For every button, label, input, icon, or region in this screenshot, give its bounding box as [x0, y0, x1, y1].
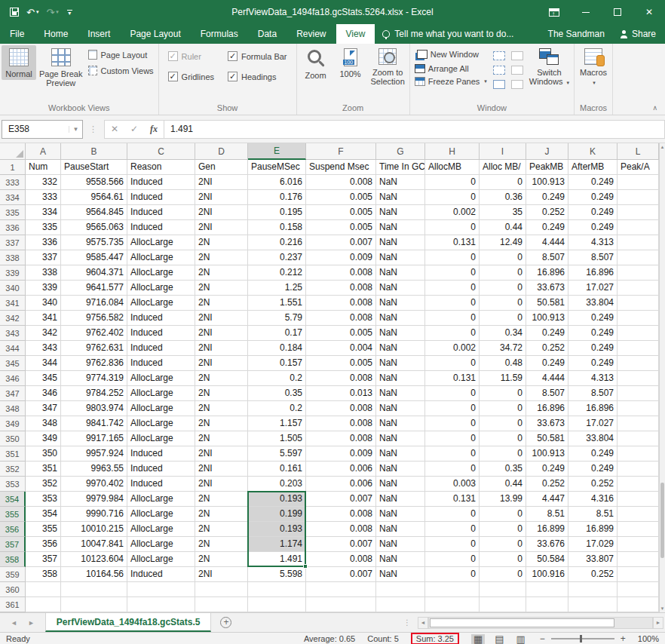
horizontal-scrollbar[interactable]: ◄ ►	[416, 613, 665, 632]
cell-E350[interactable]: 1.505	[248, 431, 306, 446]
cell-G344[interactable]: NaN	[376, 341, 425, 356]
cell-G340[interactable]: NaN	[376, 281, 425, 296]
cell-B335[interactable]: 9564.845	[61, 205, 127, 220]
cell-E358[interactable]: 1.491	[248, 552, 306, 567]
cell-D339[interactable]: 2N	[195, 265, 248, 281]
cell-D354[interactable]: 2N	[195, 492, 248, 507]
column-header-C[interactable]: C	[127, 143, 195, 160]
cell-B347[interactable]: 9784.252	[61, 386, 127, 401]
cell-C341[interactable]: AllocLarge	[127, 296, 195, 311]
cell-E343[interactable]: 0.17	[248, 326, 306, 341]
cell-I361[interactable]	[480, 597, 526, 612]
column-header-I[interactable]: I	[480, 143, 526, 160]
cell-K355[interactable]: 8.51	[568, 507, 618, 522]
cell-L345[interactable]	[618, 356, 659, 371]
cell-C349[interactable]: AllocLarge	[127, 416, 195, 431]
cell-H344[interactable]: 0.002	[425, 341, 480, 356]
row-header-333[interactable]: 333	[0, 175, 26, 190]
cell-A341[interactable]: 340	[26, 296, 61, 311]
cell-C356[interactable]: AllocLarge	[127, 522, 195, 537]
ribbon-tab-file[interactable]: File	[0, 24, 34, 44]
row-header-344[interactable]: 344	[0, 341, 26, 356]
cell-C357[interactable]: AllocLarge	[127, 537, 195, 552]
cell-J333[interactable]: 100.913	[526, 175, 568, 190]
row-header-352[interactable]: 352	[0, 462, 26, 477]
maximize-button[interactable]	[602, 0, 633, 24]
cell-L354[interactable]	[618, 492, 659, 507]
cell-J356[interactable]: 16.899	[526, 522, 568, 537]
cell-D355[interactable]: 2N	[195, 507, 248, 522]
cell-D348[interactable]: 2N	[195, 401, 248, 416]
cell-K342[interactable]: 0.249	[568, 311, 618, 326]
cell-E333[interactable]: 6.016	[248, 175, 306, 190]
cell-L338[interactable]	[618, 250, 659, 265]
name-box[interactable]: E358 ▼	[2, 120, 83, 139]
cell-I338[interactable]: 0	[480, 250, 526, 265]
cell-F352[interactable]: 0.006	[306, 462, 376, 477]
column-header-B[interactable]: B	[61, 143, 127, 160]
cell-K357[interactable]: 17.029	[568, 537, 618, 552]
cell-C353[interactable]: Induced	[127, 477, 195, 492]
column-header-L[interactable]: L	[618, 143, 659, 160]
cell-I1[interactable]: Alloc MB/	[480, 160, 526, 175]
cell-A361[interactable]	[26, 597, 61, 612]
cell-L351[interactable]	[618, 446, 659, 462]
cell-H353[interactable]: 0.003	[425, 477, 480, 492]
cell-H354[interactable]: 0.131	[425, 492, 480, 507]
cell-L336[interactable]	[618, 220, 659, 235]
column-header-A[interactable]: A	[26, 143, 61, 160]
cell-K341[interactable]: 33.804	[568, 296, 618, 311]
zoom-slider[interactable]	[551, 638, 614, 639]
cell-F347[interactable]: 0.013	[306, 386, 376, 401]
cell-J343[interactable]: 0.249	[526, 326, 568, 341]
cell-I343[interactable]: 0.34	[480, 326, 526, 341]
cell-C350[interactable]: AllocLarge	[127, 431, 195, 446]
ribbon-display-options-button[interactable]	[538, 0, 570, 24]
cell-K349[interactable]: 17.027	[568, 416, 618, 431]
cell-K345[interactable]: 0.249	[568, 356, 618, 371]
cell-F342[interactable]: 0.008	[306, 311, 376, 326]
cell-E347[interactable]: 0.35	[248, 386, 306, 401]
cell-I358[interactable]: 0	[480, 552, 526, 567]
cell-A342[interactable]: 341	[26, 311, 61, 326]
cell-H343[interactable]: 0	[425, 326, 480, 341]
cell-G355[interactable]: NaN	[376, 507, 425, 522]
cell-I333[interactable]: 0	[480, 175, 526, 190]
cell-J1[interactable]: PeakMB	[526, 160, 568, 175]
cell-E344[interactable]: 0.184	[248, 341, 306, 356]
gridlines-checkbox[interactable]: ✓Gridlines	[168, 72, 214, 81]
cell-K335[interactable]: 0.249	[568, 205, 618, 220]
switch-windows-button[interactable]: Switch Windows ▾	[526, 45, 572, 89]
ribbon-tab-insert[interactable]: Insert	[78, 24, 120, 44]
cancel-entry-button[interactable]: ✕	[105, 124, 124, 134]
cell-E360[interactable]	[248, 582, 306, 597]
cell-D349[interactable]: 2N	[195, 416, 248, 431]
cell-H360[interactable]	[425, 582, 480, 597]
cell-A337[interactable]: 336	[26, 235, 61, 250]
cell-L342[interactable]	[618, 311, 659, 326]
cell-E355[interactable]: 0.199	[248, 507, 306, 522]
cell-H338[interactable]: 0	[425, 250, 480, 265]
ruler-checkbox[interactable]: ✓Ruler	[168, 51, 214, 61]
row-header-341[interactable]: 341	[0, 296, 26, 311]
cell-F359[interactable]: 0.007	[306, 567, 376, 582]
row-header-349[interactable]: 349	[0, 416, 26, 431]
cell-I360[interactable]	[480, 582, 526, 597]
ribbon-tab-review[interactable]: Review	[287, 24, 336, 44]
row-header-354[interactable]: 354	[0, 492, 26, 507]
cell-J354[interactable]: 4.447	[526, 492, 568, 507]
cell-E342[interactable]: 5.79	[248, 311, 306, 326]
cell-D334[interactable]: 2NI	[195, 190, 248, 205]
cell-E345[interactable]: 0.157	[248, 356, 306, 371]
cell-L334[interactable]	[618, 190, 659, 205]
view-side-by-side-button[interactable]	[511, 51, 523, 60]
cell-F335[interactable]: 0.005	[306, 205, 376, 220]
cell-D343[interactable]: 2NI	[195, 326, 248, 341]
cell-A346[interactable]: 345	[26, 371, 61, 386]
minimize-button[interactable]	[570, 0, 602, 24]
cell-D360[interactable]	[195, 582, 248, 597]
collapse-ribbon-button[interactable]: ∧	[652, 104, 657, 112]
cell-D357[interactable]: 2N	[195, 537, 248, 552]
split-button[interactable]	[493, 51, 505, 60]
cell-A338[interactable]: 337	[26, 250, 61, 265]
